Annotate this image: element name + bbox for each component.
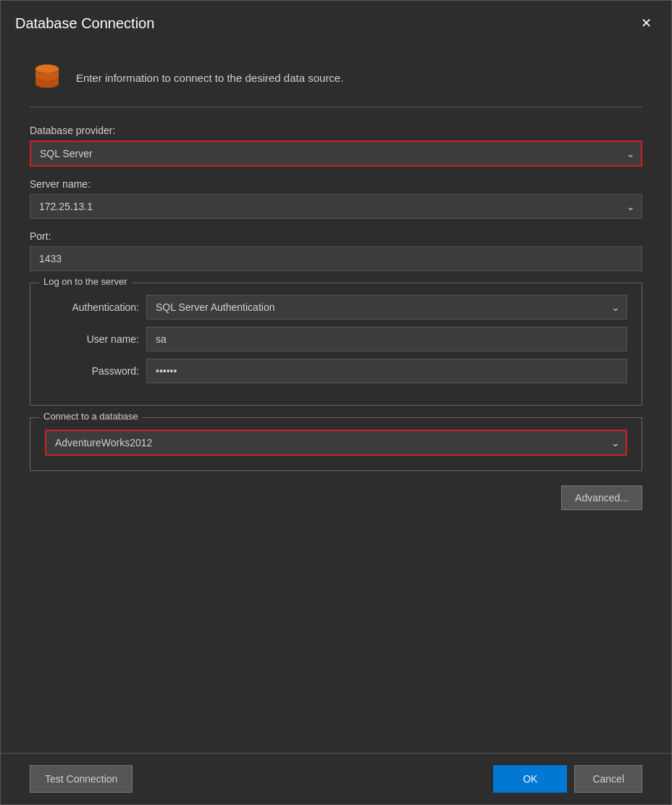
- port-input[interactable]: [30, 246, 642, 271]
- footer-right: OK Cancel: [493, 765, 642, 793]
- logon-group-title: Log on to the server: [39, 276, 132, 287]
- auth-row: Authentication: SQL Server Authenticatio…: [45, 295, 627, 320]
- server-name-section: Server name: 172.25.13.1 ⌄: [30, 178, 642, 219]
- logon-group: Log on to the server Authentication: SQL…: [30, 283, 642, 406]
- username-label: User name:: [45, 333, 139, 345]
- password-field-wrapper: [146, 359, 627, 383]
- connect-db-group-title: Connect to a database: [39, 411, 143, 422]
- dialog-title: Database Connection: [15, 15, 154, 32]
- svg-point-1: [35, 64, 59, 73]
- footer-left: Test Connection: [30, 765, 133, 793]
- password-row: Password:: [45, 359, 627, 383]
- port-label: Port:: [30, 230, 642, 242]
- database-select[interactable]: AdventureWorks2012 master tempdb model m…: [45, 430, 627, 456]
- header-description: Enter information to connect to the desi…: [76, 72, 343, 84]
- username-field-wrapper: [146, 327, 627, 351]
- provider-label: Database provider:: [30, 125, 642, 136]
- server-name-select-wrapper: 172.25.13.1 ⌄: [30, 194, 642, 219]
- database-connection-dialog: Database Connection ✕ Enter information …: [0, 0, 672, 805]
- cancel-button[interactable]: Cancel: [574, 765, 642, 793]
- database-select-wrapper: AdventureWorks2012 master tempdb model m…: [45, 430, 627, 456]
- dialog-footer: Test Connection OK Cancel: [1, 753, 671, 804]
- auth-label: Authentication:: [45, 301, 139, 313]
- password-input[interactable]: [146, 359, 627, 383]
- auth-select[interactable]: SQL Server Authentication Windows Authen…: [146, 295, 627, 320]
- advanced-button[interactable]: Advanced...: [561, 485, 642, 510]
- provider-section: Database provider: SQL Server MySQL Post…: [30, 125, 642, 167]
- title-bar: Database Connection ✕: [1, 1, 671, 46]
- server-name-label: Server name:: [30, 178, 642, 190]
- dialog-content: Enter information to connect to the desi…: [1, 46, 671, 753]
- provider-select-wrapper: SQL Server MySQL PostgreSQL Oracle SQLit…: [30, 141, 642, 167]
- advanced-row: Advanced...: [30, 485, 642, 510]
- close-button[interactable]: ✕: [635, 12, 657, 34]
- server-name-select[interactable]: 172.25.13.1: [30, 194, 642, 219]
- auth-select-wrapper: SQL Server Authentication Windows Authen…: [146, 295, 627, 320]
- username-input[interactable]: [146, 327, 627, 351]
- port-section: Port:: [30, 230, 642, 271]
- header-section: Enter information to connect to the desi…: [30, 60, 642, 107]
- database-icon: [30, 60, 64, 95]
- test-connection-button[interactable]: Test Connection: [30, 765, 133, 793]
- username-row: User name:: [45, 327, 627, 351]
- ok-button[interactable]: OK: [493, 765, 567, 793]
- provider-select[interactable]: SQL Server MySQL PostgreSQL Oracle SQLit…: [30, 141, 642, 167]
- connect-db-group: Connect to a database AdventureWorks2012…: [30, 417, 642, 471]
- password-label: Password:: [45, 365, 139, 377]
